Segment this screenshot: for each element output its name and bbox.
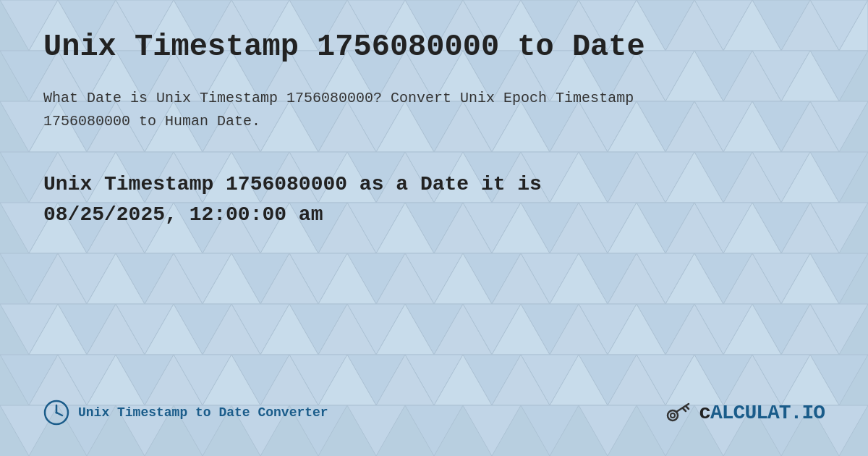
logo-area: cALCULAT.IO — [664, 398, 825, 427]
svg-line-256 — [686, 406, 689, 409]
result-text: Unix Timestamp 1756080000 as a Date it i… — [43, 169, 825, 230]
footer: Unix Timestamp to Date Converter cALCULA… — [43, 384, 825, 427]
result-section: Unix Timestamp 1756080000 as a Date it i… — [43, 169, 825, 230]
clock-icon — [43, 400, 69, 426]
page-title: Unix Timestamp 1756080000 to Date — [43, 29, 825, 65]
page-description: What Date is Unix Timestamp 1756080000? … — [43, 87, 694, 133]
footer-left: Unix Timestamp to Date Converter — [43, 400, 328, 426]
svg-line-257 — [683, 408, 686, 411]
result-line1: Unix Timestamp 1756080000 as a Date it i… — [43, 173, 542, 195]
calculatio-logo-icon — [664, 398, 693, 427]
svg-point-252 — [56, 412, 58, 414]
svg-point-254 — [671, 413, 675, 418]
logo-text: cALCULAT.IO — [699, 402, 825, 424]
result-line2: 08/25/2025, 12:00:00 am — [43, 203, 323, 226]
footer-label: Unix Timestamp to Date Converter — [78, 405, 328, 420]
